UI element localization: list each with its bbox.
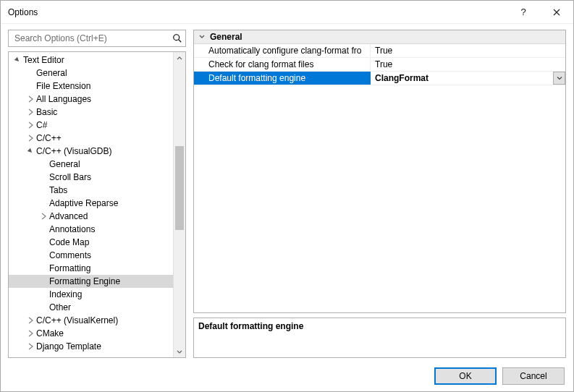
- navigation-tree-container: Text EditorGeneralFile ExtensionAll Lang…: [8, 51, 186, 358]
- tree-item[interactable]: Text Editor: [9, 54, 173, 67]
- tree-item[interactable]: Adaptive Reparse: [9, 197, 173, 210]
- help-button[interactable]: ?: [507, 1, 540, 24]
- tree-toggle-spacer: [39, 160, 48, 169]
- search-input[interactable]: [13, 33, 172, 44]
- tree-item[interactable]: C#: [9, 119, 173, 132]
- right-column: General Automatically configure clang-fo…: [193, 30, 566, 358]
- tree-toggle-spacer: [39, 277, 48, 286]
- tree-item[interactable]: CMake: [9, 327, 173, 340]
- tree-expand-icon[interactable]: [26, 342, 35, 351]
- property-value[interactable]: True: [371, 58, 565, 71]
- titlebar: Options ?: [1, 1, 573, 24]
- tree-expand-icon[interactable]: [26, 121, 35, 129]
- tree-item-label: Indexing: [49, 289, 82, 299]
- tree-item-label: Code Map: [49, 237, 89, 247]
- tree-item[interactable]: C/C++ (VisualKernel): [9, 314, 173, 327]
- tree-item[interactable]: Code Map: [9, 236, 173, 249]
- help-icon: ?: [520, 7, 526, 17]
- scroll-track[interactable]: [174, 64, 185, 345]
- tree-item[interactable]: File Extension: [9, 80, 173, 93]
- svg-point-0: [174, 35, 180, 41]
- tree-expand-icon[interactable]: [26, 134, 35, 142]
- description-title: Default formatting engine: [198, 321, 561, 331]
- tree-item[interactable]: C/C++: [9, 132, 173, 145]
- close-icon: [553, 9, 560, 16]
- property-dropdown-button[interactable]: [553, 72, 565, 85]
- tree-toggle-spacer: [39, 173, 48, 182]
- tree-expand-icon[interactable]: [26, 108, 35, 116]
- property-row[interactable]: Automatically configure clang-format fro…: [194, 44, 565, 58]
- property-group-header[interactable]: General: [194, 30, 565, 44]
- tree-scrollbar[interactable]: [173, 52, 185, 357]
- tree-toggle-spacer: [39, 290, 48, 299]
- tree-item[interactable]: Tabs: [9, 184, 173, 197]
- tree-item[interactable]: Advanced: [9, 210, 173, 223]
- property-value-text: ClangFormat: [375, 73, 429, 83]
- navigation-tree[interactable]: Text EditorGeneralFile ExtensionAll Lang…: [9, 52, 173, 357]
- chevron-down-icon: [198, 33, 206, 41]
- tree-item-label: All Languages: [36, 94, 91, 104]
- tree-item[interactable]: Other: [9, 301, 173, 314]
- tree-item[interactable]: All Languages: [9, 93, 173, 106]
- property-value[interactable]: ClangFormat: [371, 72, 565, 85]
- tree-item[interactable]: Annotations: [9, 223, 173, 236]
- tree-toggle-spacer: [39, 238, 48, 247]
- tree-item[interactable]: C/C++ (VisualGDB): [9, 145, 173, 158]
- scroll-up-arrow[interactable]: [174, 52, 185, 64]
- tree-expand-icon[interactable]: [39, 212, 48, 221]
- tree-item-label: Tabs: [49, 185, 67, 195]
- tree-item-label: Formatting: [49, 263, 90, 273]
- tree-toggle-spacer: [26, 82, 35, 90]
- tree-item[interactable]: Scroll Bars: [9, 171, 173, 184]
- tree-item-label: Basic: [36, 107, 57, 117]
- tree-item[interactable]: Django Template: [9, 340, 173, 353]
- group-expander[interactable]: [197, 32, 207, 42]
- tree-item-label: Comments: [49, 250, 91, 260]
- description-panel: Default formatting engine: [193, 318, 566, 358]
- property-row[interactable]: Default formatting engineClangFormat: [194, 72, 565, 85]
- tree-expand-icon[interactable]: [26, 95, 35, 103]
- tree-item-label: C/C++ (VisualGDB): [36, 146, 111, 156]
- tree-item-label: C#: [36, 120, 47, 130]
- tree-item[interactable]: Indexing: [9, 288, 173, 301]
- cancel-button[interactable]: Cancel: [502, 367, 565, 385]
- property-value[interactable]: True: [371, 44, 565, 57]
- tree-collapse-icon[interactable]: [13, 56, 22, 64]
- close-button[interactable]: [540, 1, 573, 24]
- tree-item-label: Text Editor: [23, 55, 64, 65]
- tree-item[interactable]: General: [9, 67, 173, 80]
- property-rows: Automatically configure clang-format fro…: [194, 44, 565, 85]
- property-group-name: General: [210, 32, 242, 42]
- ok-button[interactable]: OK: [434, 367, 497, 385]
- search-box[interactable]: [8, 30, 186, 47]
- tree-expand-icon[interactable]: [26, 316, 35, 325]
- tree-toggle-spacer: [39, 251, 48, 260]
- tree-item-label: Other: [49, 302, 71, 312]
- tree-toggle-spacer: [39, 186, 48, 195]
- tree-item-label: File Extension: [36, 81, 90, 91]
- tree-item-label: General: [36, 68, 67, 78]
- scroll-down-arrow[interactable]: [174, 345, 185, 357]
- tree-toggle-spacer: [26, 69, 35, 77]
- options-dialog: Options ? Text EditorGeneralFile Extensi…: [0, 0, 574, 392]
- tree-item-label: Adaptive Reparse: [49, 198, 118, 208]
- tree-item-label: Django Template: [36, 341, 101, 351]
- tree-expand-icon[interactable]: [26, 329, 35, 338]
- tree-item[interactable]: General: [9, 158, 173, 171]
- tree-item-label: Advanced: [49, 211, 88, 221]
- left-column: Text EditorGeneralFile ExtensionAll Lang…: [8, 30, 186, 358]
- scroll-thumb[interactable]: [175, 146, 184, 230]
- dialog-body: Text EditorGeneralFile ExtensionAll Lang…: [1, 24, 573, 361]
- tree-item[interactable]: Basic: [9, 106, 173, 119]
- tree-item[interactable]: Formatting: [9, 262, 173, 275]
- tree-item[interactable]: Comments: [9, 249, 173, 262]
- property-row[interactable]: Check for clang format filesTrue: [194, 58, 565, 72]
- tree-item-label: C/C++ (VisualKernel): [36, 315, 118, 325]
- search-icon: [172, 33, 182, 43]
- property-value-text: True: [375, 59, 392, 69]
- tree-collapse-icon[interactable]: [26, 147, 35, 155]
- property-value-text: True: [375, 46, 392, 56]
- tree-item[interactable]: Formatting Engine: [9, 275, 173, 288]
- window-title: Options: [8, 7, 507, 17]
- tree-toggle-spacer: [39, 303, 48, 312]
